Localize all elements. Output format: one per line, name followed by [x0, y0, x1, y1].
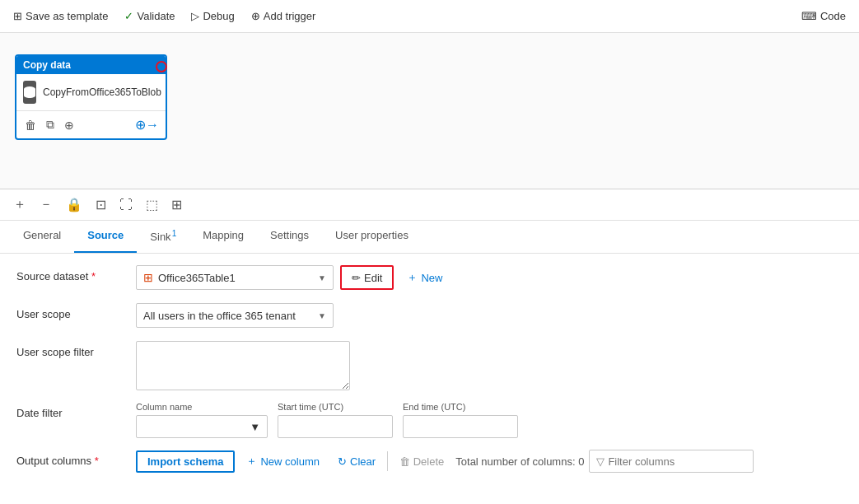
save-template-label: Save as template [26, 10, 108, 22]
column-name-dropdown[interactable]: ▼ [136, 415, 268, 438]
import-schema-button[interactable]: Import schema [136, 450, 235, 473]
column-name-group: Column name ▼ [136, 402, 268, 438]
total-columns-label: Total number of columns: 0 [455, 455, 584, 468]
columns-table-container: COLUMN NAME TYPE DESCRIPTION No records … [0, 499, 859, 504]
user-scope-dropdown[interactable]: All users in the office 365 tenant ▼ [136, 303, 334, 328]
tab-bar: General Source Sink1 Mapping Settings Us… [0, 221, 859, 254]
code-label: Code [820, 10, 846, 22]
user-scope-label: User scope [16, 303, 136, 320]
add-trigger-button[interactable]: ⊕ Add trigger [245, 7, 323, 26]
date-filter-label: Date filter [16, 402, 136, 419]
fit-button[interactable]: ⛶ [116, 196, 136, 214]
tab-source[interactable]: Source [74, 221, 137, 253]
node-header: Copy data [16, 56, 166, 74]
add-trigger-icon: ⊕ [251, 10, 260, 22]
new-column-label: New column [260, 455, 320, 468]
table-header-row: COLUMN NAME TYPE DESCRIPTION [16, 499, 843, 504]
user-scope-filter-row: User scope filter [16, 341, 843, 390]
debug-label: Debug [203, 10, 234, 22]
tab-settings[interactable]: Settings [257, 221, 322, 253]
new-label: New [421, 272, 442, 284]
user-scope-row: User scope All users in the office 365 t… [16, 303, 843, 329]
filter-columns-container: ▽ [589, 450, 754, 473]
column-dropdown-arrow: ▼ [250, 421, 260, 433]
new-button[interactable]: ＋ New [400, 267, 449, 288]
start-time-label: Start time (UTC) [278, 402, 393, 412]
validate-button[interactable]: ✓ Validate [118, 7, 181, 26]
source-dataset-controls: ⊞ Office365Table1 ▼ ✏ Edit ＋ New [136, 265, 843, 290]
zoom-out-button[interactable]: － [36, 194, 56, 215]
validate-label: Validate [137, 10, 175, 22]
clear-button[interactable]: ↻ Clear [331, 452, 382, 471]
new-column-plus-icon: ＋ [246, 454, 257, 469]
filter-columns-input[interactable] [608, 455, 746, 468]
new-column-button[interactable]: ＋ New column [240, 450, 326, 472]
user-scope-filter-input[interactable] [136, 341, 350, 390]
node-body: CopyFromOffice365ToBlob [16, 74, 166, 110]
save-template-button[interactable]: ⊞ Save as template [7, 7, 114, 26]
columns-table: COLUMN NAME TYPE DESCRIPTION No records … [16, 499, 843, 504]
import-schema-label: Import schema [147, 455, 223, 468]
tab-mapping[interactable]: Mapping [189, 221, 257, 253]
toolbar-divider [387, 451, 388, 471]
edit-label: Edit [364, 272, 382, 284]
bottom-panel: General Source Sink1 Mapping Settings Us… [0, 221, 859, 504]
delete-label: Delete [413, 455, 445, 468]
code-button[interactable]: ⌨ Code [795, 7, 852, 26]
validate-icon: ✓ [124, 10, 133, 22]
user-scope-filter-controls [136, 341, 843, 390]
user-scope-controls: All users in the office 365 tenant ▼ [136, 303, 843, 328]
grid-button[interactable]: ⊞ [168, 195, 185, 214]
node-actions: 🗑 ⧉ ⊕ ⊕→ [16, 110, 166, 138]
start-time-input[interactable] [278, 415, 393, 438]
dropdown-arrow-icon: ▼ [318, 273, 326, 282]
output-columns-controls: Import schema ＋ New column ↻ Clear 🗑 Del… [136, 450, 843, 473]
add-next-button[interactable]: ⊕→ [135, 116, 159, 133]
date-filter-controls: Column name ▼ Start time (UTC) End time … [136, 402, 843, 438]
column-type-header: TYPE [380, 499, 531, 504]
database-icon [23, 81, 36, 104]
user-scope-arrow-icon: ▼ [318, 311, 326, 320]
debug-icon: ▷ [191, 10, 199, 22]
clone-node-button[interactable]: ⊕ [63, 116, 76, 133]
start-time-group: Start time (UTC) [278, 402, 393, 438]
date-filter-row: Date filter Column name ▼ Start time (UT… [16, 402, 843, 438]
tab-general[interactable]: General [10, 221, 74, 253]
validation-error-indicator [156, 61, 167, 72]
output-columns-row: Output columns * Import schema ＋ New col… [16, 450, 843, 476]
new-plus-icon: ＋ [407, 270, 418, 285]
delete-node-button[interactable]: 🗑 [23, 116, 38, 133]
delete-icon: 🗑 [399, 455, 410, 468]
source-dataset-dropdown[interactable]: ⊞ Office365Table1 ▼ [136, 265, 334, 290]
source-dataset-label: Source dataset * [16, 265, 136, 282]
clear-label: Clear [350, 455, 376, 468]
debug-button[interactable]: ▷ Debug [184, 7, 240, 26]
save-template-icon: ⊞ [13, 10, 22, 22]
select-all-header [16, 499, 41, 504]
tab-user-properties[interactable]: User properties [322, 221, 422, 253]
user-scope-value: All users in the office 365 tenant [143, 310, 313, 322]
zoom-in-button[interactable]: ＋ [10, 194, 30, 215]
code-icon: ⌨ [801, 10, 817, 22]
copy-data-node[interactable]: Copy data CopyFromOffice365ToBlob 🗑 ⧉ ⊕ … [15, 54, 167, 140]
edit-button[interactable]: ✏ Edit [340, 265, 394, 290]
select-button[interactable]: ⬚ [142, 195, 161, 214]
source-dataset-value: Office365Table1 [158, 272, 313, 284]
scan-button[interactable]: ⊡ [92, 195, 110, 214]
output-columns-label: Output columns * [16, 450, 136, 467]
edit-pencil-icon: ✏ [352, 272, 361, 284]
output-required-mark: * [95, 455, 99, 467]
form-area: Source dataset * ⊞ Office365Table1 ▼ ✏ E… [0, 254, 859, 499]
column-desc-header: DESCRIPTION [531, 499, 843, 504]
source-dataset-row: Source dataset * ⊞ Office365Table1 ▼ ✏ E… [16, 265, 843, 292]
end-time-input[interactable] [403, 415, 518, 438]
canvas-area: Copy data CopyFromOffice365ToBlob 🗑 ⧉ ⊕ … [0, 33, 859, 189]
column-name-label: Column name [136, 402, 268, 412]
lock-button[interactable]: 🔒 [63, 195, 86, 214]
office365-icon: ⊞ [143, 271, 153, 284]
tab-sink[interactable]: Sink1 [137, 221, 189, 253]
mini-toolbar: ＋ － 🔒 ⊡ ⛶ ⬚ ⊞ [0, 189, 859, 221]
delete-button[interactable]: 🗑 Delete [393, 452, 451, 471]
end-time-label: End time (UTC) [403, 402, 518, 412]
copy-node-button[interactable]: ⧉ [44, 116, 56, 133]
